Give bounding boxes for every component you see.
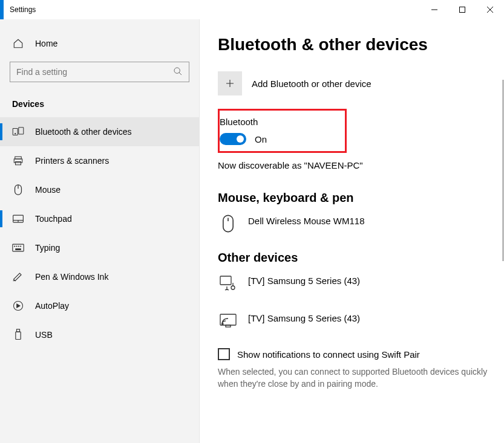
cast-device-icon (218, 311, 238, 331)
mouse-keyboard-pen-header: Mouse, keyboard & pen (218, 191, 504, 205)
sidebar-item-label: Typing (35, 243, 60, 253)
mouse-icon (12, 184, 24, 196)
svg-rect-28 (226, 325, 231, 327)
sidebar-item-typing[interactable]: Typing (0, 233, 199, 262)
device-item-tv-2[interactable]: [TV] Samsung 5 Series (43) (218, 311, 504, 331)
svg-rect-24 (220, 276, 231, 285)
sidebar-item-printers[interactable]: Printers & scanners (0, 146, 199, 175)
sidebar-item-usb[interactable]: USB (0, 320, 199, 349)
autoplay-icon (12, 300, 24, 312)
sidebar-item-touchpad[interactable]: Touchpad (0, 204, 199, 233)
bluetooth-toggle[interactable] (220, 133, 246, 145)
printer-icon (12, 155, 24, 167)
bluetooth-devices-icon (12, 126, 24, 138)
sidebar-nav-list: Bluetooth & other devices Printers & sca… (0, 117, 199, 349)
search-input[interactable] (16, 67, 173, 77)
maximize-button[interactable] (448, 0, 476, 19)
toggle-knob (237, 135, 244, 143)
svg-rect-0 (460, 7, 465, 13)
sidebar-item-label: Mouse (35, 185, 61, 195)
svg-rect-21 (16, 332, 21, 340)
svg-rect-3 (19, 128, 24, 134)
search-icon (173, 66, 183, 78)
discoverable-text: Now discoverable as "NAVEEN-PC" (218, 160, 504, 170)
page-title: Bluetooth & other devices (218, 35, 504, 54)
sidebar-category-header: Devices (0, 93, 199, 117)
sidebar-item-label: AutoPlay (35, 301, 69, 311)
svg-point-1 (174, 68, 180, 73)
svg-point-14 (15, 246, 15, 247)
svg-rect-18 (16, 249, 21, 250)
sidebar-item-autoplay[interactable]: AutoPlay (0, 291, 199, 320)
svg-point-25 (231, 286, 235, 289)
title-bar: Settings (0, 0, 504, 19)
pen-icon (12, 271, 24, 283)
window-controls (421, 0, 504, 19)
device-label: [TV] Samsung 5 Series (43) (248, 276, 360, 292)
swift-pair-checkbox-label: Show notifications to connect using Swif… (237, 349, 420, 360)
swift-pair-description: When selected, you can connect to suppor… (218, 366, 489, 390)
window-title: Settings (4, 5, 36, 14)
mouse-device-icon (218, 213, 238, 234)
svg-rect-13 (13, 244, 24, 251)
svg-point-27 (222, 323, 223, 325)
home-button[interactable]: Home (0, 31, 199, 56)
sidebar-item-label: Pen & Windows Ink (35, 272, 108, 282)
add-device-label: Add Bluetooth or other device (252, 79, 371, 89)
bluetooth-section-label: Bluetooth (220, 117, 338, 127)
sidebar-item-mouse[interactable]: Mouse (0, 175, 199, 204)
sidebar-item-label: USB (35, 330, 53, 340)
selection-indicator (0, 210, 2, 227)
usb-icon (12, 329, 24, 341)
sidebar-item-label: Bluetooth & other devices (35, 127, 132, 137)
sidebar-item-bluetooth[interactable]: Bluetooth & other devices (0, 117, 199, 146)
sidebar-item-label: Printers & scanners (35, 156, 109, 166)
svg-point-16 (18, 246, 19, 247)
sidebar-item-pen[interactable]: Pen & Windows Ink (0, 262, 199, 291)
device-label: Dell Wireless Mouse WM118 (248, 216, 365, 232)
add-device-button[interactable]: Add Bluetooth or other device (218, 71, 504, 95)
bluetooth-highlight-box: Bluetooth On (218, 109, 347, 153)
close-button[interactable] (476, 0, 504, 19)
home-label: Home (35, 39, 57, 48)
keyboard-icon (12, 242, 24, 254)
device-item-mouse[interactable]: Dell Wireless Mouse WM118 (218, 213, 504, 234)
sidebar-item-label: Touchpad (35, 214, 72, 224)
svg-rect-7 (16, 162, 21, 165)
svg-rect-20 (17, 329, 20, 332)
bluetooth-toggle-state: On (255, 134, 267, 144)
home-icon (12, 37, 24, 50)
plus-icon (218, 71, 242, 95)
search-box[interactable] (10, 62, 189, 82)
svg-point-4 (15, 134, 16, 134)
other-devices-header: Other devices (218, 251, 504, 265)
svg-point-17 (21, 246, 21, 247)
device-label: [TV] Samsung 5 Series (43) (248, 313, 360, 329)
svg-point-15 (16, 246, 17, 247)
sidebar: Home Devices Bluetooth & other devices (0, 19, 200, 443)
minimize-button[interactable] (421, 0, 448, 19)
content-pane: Bluetooth & other devices Add Bluetooth … (200, 19, 504, 443)
swift-pair-checkbox[interactable] (218, 348, 230, 360)
device-item-tv-1[interactable]: [TV] Samsung 5 Series (43) (218, 273, 504, 294)
svg-rect-5 (15, 157, 22, 159)
touchpad-icon (12, 213, 24, 225)
media-device-icon (218, 273, 238, 294)
swift-pair-section: Show notifications to connect using Swif… (218, 348, 504, 390)
scrollbar[interactable] (502, 80, 504, 443)
